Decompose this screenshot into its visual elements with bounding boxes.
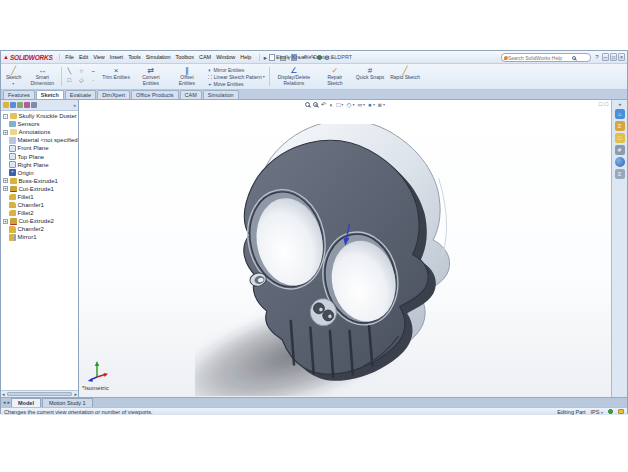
displaymanager-tab-icon[interactable] — [31, 102, 37, 108]
tab-sketch[interactable]: Sketch — [36, 90, 64, 99]
new-document-icon[interactable] — [269, 54, 275, 61]
tab-cam[interactable]: CAM — [180, 90, 202, 99]
dimxpertmanager-tab-icon[interactable] — [24, 102, 30, 108]
expander-icon[interactable]: + — [3, 219, 8, 224]
menu-window[interactable]: Window — [214, 54, 238, 60]
expander-icon[interactable]: - — [3, 114, 8, 119]
menu-file[interactable]: File — [63, 54, 77, 60]
smart-dimension-button[interactable]: ↔ Smart Dimension — [24, 65, 60, 88]
apply-scene-icon[interactable]: ■ — [378, 101, 382, 108]
appearances-scenes-icon[interactable] — [615, 157, 625, 167]
units-selector[interactable]: IPS ▾ — [591, 409, 603, 415]
tree-item-origin[interactable]: + Origin — [1, 169, 78, 177]
zoom-to-area-icon[interactable] — [313, 102, 318, 107]
spline-tool-icon[interactable]: ~ — [92, 68, 96, 75]
tree-item-chamfer1[interactable]: Chamfer1 — [1, 201, 78, 209]
display-style-dropdown-icon[interactable]: ▾ — [352, 102, 354, 107]
tree-item-front-plane[interactable]: Front Plane — [1, 144, 78, 152]
minimize-button[interactable]: ─ — [602, 53, 609, 61]
task-pane-collapse-icon[interactable]: ◂ — [618, 102, 621, 107]
tab-simulation[interactable]: Simulation — [203, 90, 239, 99]
tree-item-fillet2[interactable]: Fillet2 — [1, 209, 78, 217]
menu-help[interactable]: Help — [238, 54, 254, 60]
previous-view-icon[interactable]: ↶ — [321, 101, 326, 109]
tree-item-material[interactable]: Material <not specified> — [1, 136, 78, 144]
convert-entities-button[interactable]: ⇄ Convert Entities — [133, 65, 169, 88]
scrollbar-thumb[interactable] — [7, 392, 73, 396]
configurationmanager-tab-icon[interactable] — [17, 102, 23, 108]
zoom-to-fit-icon[interactable] — [305, 102, 310, 107]
section-view-icon[interactable]: ◐ — [329, 101, 333, 108]
appearance-dropdown-icon[interactable]: ▾ — [373, 102, 375, 107]
model-tab[interactable]: Model — [11, 398, 41, 407]
menu-edit[interactable]: Edit — [76, 54, 90, 60]
tree-item-right-plane[interactable]: Right Plane — [1, 161, 78, 169]
hide-show-dropdown-icon[interactable]: ▾ — [363, 102, 365, 107]
featuremanager-tab-icon[interactable] — [3, 102, 9, 108]
search-input[interactable] — [508, 55, 572, 61]
sketch-button[interactable]: ╱ Sketch ▾ — [3, 65, 24, 88]
line-tool-icon[interactable]: ╲ — [67, 68, 71, 75]
tree-item-mirror1[interactable]: Mirror1 — [1, 233, 78, 241]
pattern-dropdown-icon[interactable]: ▾ — [263, 74, 265, 79]
menu-simulation[interactable]: Simulation — [143, 54, 173, 60]
tree-item-top-plane[interactable]: Top Plane — [1, 152, 78, 160]
tree-item-cut-extrude2[interactable]: + Cut-Extrude2 — [1, 217, 78, 225]
tree-item-annotations[interactable]: + Annotations — [1, 128, 78, 136]
scene-dropdown-icon[interactable]: ▾ — [383, 102, 385, 107]
tags-icon[interactable] — [618, 409, 624, 414]
repair-sketch-button[interactable]: ✓ Repair Sketch — [317, 65, 353, 88]
mirror-entities-button[interactable]: ◐ Mirror Entities — [208, 67, 265, 73]
expander-icon[interactable]: + — [3, 186, 8, 191]
graphics-viewport[interactable]: ↶ ◐ □▾ ◇▾ ∞▾ ●▾ ■▾ □ □ — [79, 100, 611, 397]
tree-horizontal-scrollbar[interactable]: ◂ ▸ — [1, 390, 78, 397]
tab-evaluate[interactable]: Evaluate — [65, 90, 96, 99]
propertymanager-tab-icon[interactable] — [10, 102, 16, 108]
quick-snaps-button[interactable]: # Quick Snaps — [353, 65, 387, 88]
circle-tool-icon[interactable]: ○ — [79, 68, 83, 75]
menu-insert[interactable]: Insert — [107, 54, 125, 60]
tree-item-boss-extrude1[interactable]: + Boss-Extrude1 — [1, 177, 78, 185]
menu-toolbox[interactable]: Toolbox — [173, 54, 196, 60]
menu-cam[interactable]: CAM — [196, 54, 213, 60]
design-library-icon[interactable]: ≡ — [615, 121, 625, 131]
point-tool-icon[interactable]: ∙ — [92, 77, 94, 84]
view-orientation-icon[interactable]: □ — [336, 101, 340, 108]
tab-office-products[interactable]: Office Products — [131, 90, 179, 99]
view-orientation-dropdown-icon[interactable]: ▾ — [341, 102, 343, 107]
offset-entities-button[interactable]: ∥ Offset Entities — [169, 65, 205, 88]
3d-model[interactable] — [195, 124, 467, 396]
trim-entities-button[interactable]: × Trim Entities — [99, 65, 133, 88]
hide-show-items-icon[interactable]: ∞ — [357, 101, 362, 108]
select-arrow-icon[interactable]: ▸ — [264, 54, 267, 61]
tree-item-part-root[interactable]: - Skully Knuckle Duster (Default<<Def — [1, 112, 78, 120]
solidworks-resources-icon[interactable]: ⌂ — [615, 109, 625, 119]
help-button[interactable]: ? — [593, 53, 601, 62]
menu-view[interactable]: View — [91, 54, 108, 60]
maximize-button[interactable]: □ — [610, 53, 617, 61]
move-entities-button[interactable]: + Move Entities — [208, 81, 265, 87]
file-explorer-icon[interactable]: □ — [615, 133, 625, 143]
panel-expand-icon[interactable]: » — [73, 102, 76, 108]
rapid-sketch-button[interactable]: ╱ Rapid Sketch — [387, 65, 423, 88]
viewport-split-icon[interactable]: □ — [599, 101, 603, 107]
custom-properties-icon[interactable]: ≡ — [615, 169, 625, 179]
linear-sketch-pattern-button[interactable]: ∷ Linear Sketch Pattern ▾ — [208, 74, 265, 80]
tree-item-chamfer2[interactable]: Chamfer2 — [1, 225, 78, 233]
expander-icon[interactable]: + — [3, 130, 8, 135]
search-icon[interactable] — [572, 56, 576, 60]
viewport-layout-icon[interactable]: □ — [604, 101, 608, 107]
menu-tools[interactable]: Tools — [126, 54, 144, 60]
tab-dimxpert[interactable]: DimXpert — [97, 90, 130, 99]
polygon-tool-icon[interactable]: ◇ — [79, 77, 84, 84]
display-style-icon[interactable]: ◇ — [346, 101, 351, 109]
tree-item-sensors[interactable]: Sensors — [1, 120, 78, 128]
edit-appearance-icon[interactable]: ● — [368, 101, 372, 108]
display-delete-relations-button[interactable]: ∠ Display/Delete Relations — [271, 65, 317, 88]
rectangle-tool-icon[interactable]: □ — [67, 77, 71, 84]
help-search-box[interactable] — [501, 53, 591, 62]
tree-item-cut-extrude1[interactable]: + Cut-Extrude1 — [1, 185, 78, 193]
tab-features[interactable]: Features — [3, 90, 35, 99]
expander-icon[interactable]: + — [3, 178, 8, 183]
tree-item-fillet1[interactable]: Fillet1 — [1, 193, 78, 201]
